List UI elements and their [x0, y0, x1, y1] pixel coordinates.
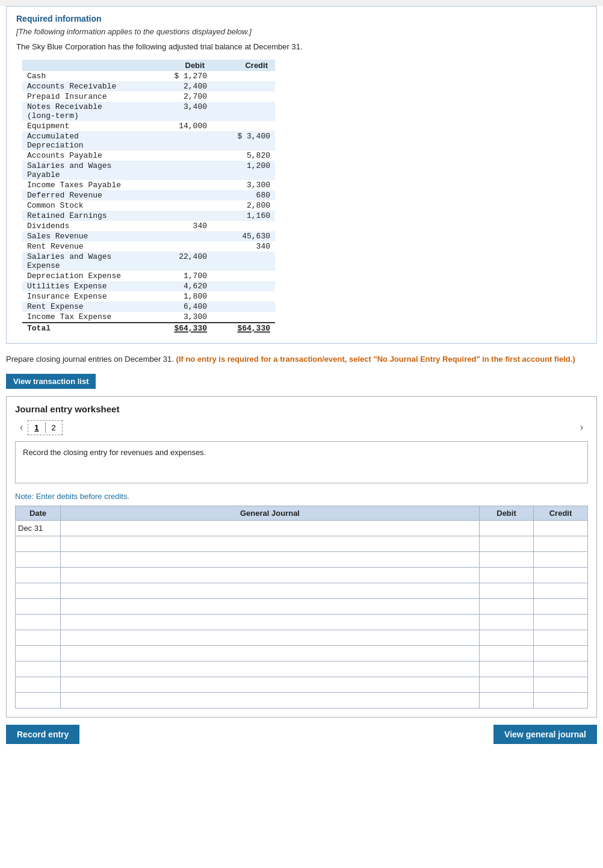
je-date-cell[interactable] — [16, 598, 61, 614]
je-journal-cell[interactable] — [61, 661, 480, 677]
tb-row-label: Rent Revenue — [22, 241, 149, 252]
tb-row-credit: 340 — [212, 241, 275, 252]
je-credit-cell[interactable] — [534, 692, 588, 708]
table-row — [16, 598, 588, 614]
instruction-section: Prepare closing journal entries on Decem… — [0, 344, 603, 371]
tb-row-credit — [212, 312, 275, 323]
je-journal-cell[interactable] — [61, 551, 480, 567]
je-debit-cell[interactable] — [480, 630, 534, 645]
je-credit-cell[interactable] — [534, 661, 588, 677]
tb-row-label: Utilities Expense — [22, 281, 149, 291]
je-credit-cell[interactable] — [534, 536, 588, 551]
tb-total-label: Total — [22, 323, 149, 333]
tb-row-credit: 1,200 — [212, 161, 275, 180]
tb-row-debit: 6,400 — [149, 302, 212, 312]
je-date-cell[interactable] — [16, 692, 61, 708]
je-journal-cell[interactable] — [61, 630, 480, 645]
je-journal-cell[interactable] — [61, 677, 480, 692]
je-journal-cell[interactable] — [61, 567, 480, 583]
je-debit-cell[interactable] — [480, 567, 534, 583]
tb-row-label: Retained Earnings — [22, 211, 149, 221]
je-debit-cell[interactable] — [480, 692, 534, 708]
je-credit-cell[interactable] — [534, 614, 588, 630]
journal-worksheet: Journal entry worksheet ‹ 1 2 › Record t… — [6, 396, 597, 718]
tb-row-debit: 22,400 — [149, 252, 212, 271]
je-journal-cell[interactable] — [61, 583, 480, 598]
je-credit-cell[interactable] — [534, 630, 588, 645]
table-row: Dec 31 — [16, 520, 588, 536]
je-debit-cell[interactable] — [480, 614, 534, 630]
je-date-cell: Dec 31 — [16, 520, 61, 536]
tb-row-credit — [212, 102, 275, 121]
tb-row-credit: 2,800 — [212, 200, 275, 211]
tb-row-debit: 3,300 — [149, 312, 212, 323]
je-credit-cell[interactable] — [534, 567, 588, 583]
prev-page-arrow[interactable]: ‹ — [15, 421, 28, 434]
je-journal-cell[interactable] — [61, 692, 480, 708]
tb-row-debit — [149, 211, 212, 221]
tb-row-debit — [149, 150, 212, 161]
je-debit-cell[interactable] — [480, 536, 534, 551]
je-debit-cell[interactable] — [480, 645, 534, 661]
je-credit-cell[interactable] — [534, 598, 588, 614]
tb-row-credit: $ 3,400 — [212, 131, 275, 150]
tb-row-credit — [212, 271, 275, 281]
je-debit-cell[interactable] — [480, 661, 534, 677]
je-journal-cell[interactable] — [61, 645, 480, 661]
je-journal-cell[interactable] — [61, 598, 480, 614]
je-credit-cell[interactable] — [534, 520, 588, 536]
tb-row-credit — [212, 91, 275, 102]
instruction-bold: (If no entry is required for a transacti… — [176, 355, 575, 364]
tb-row-label: Accounts Receivable — [22, 81, 149, 91]
je-date-cell[interactable] — [16, 567, 61, 583]
je-journal-cell[interactable] — [61, 614, 480, 630]
worksheet-description-text: Record the closing entry for revenues an… — [23, 448, 206, 457]
tb-row-label: Cash — [22, 71, 149, 81]
tb-row-label: Salaries and Wages Expense — [22, 252, 149, 271]
th-debit: Debit — [480, 506, 534, 520]
je-date-cell[interactable] — [16, 614, 61, 630]
je-debit-cell[interactable] — [480, 677, 534, 692]
table-row — [16, 583, 588, 598]
tb-row-debit: 340 — [149, 221, 212, 231]
je-debit-cell[interactable] — [480, 520, 534, 536]
page-1-button[interactable]: 1 — [28, 422, 45, 433]
tb-row-label: Salaries and Wages Payable — [22, 161, 149, 180]
tb-row-label: Sales Revenue — [22, 231, 149, 241]
tb-total-debit: $64,330 — [149, 323, 212, 333]
je-date-cell[interactable] — [16, 630, 61, 645]
tb-row-label: Depreciation Expense — [22, 271, 149, 281]
je-date-cell[interactable] — [16, 583, 61, 598]
view-transaction-list-button[interactable]: View transaction list — [6, 374, 96, 389]
next-page-arrow[interactable]: › — [575, 421, 588, 434]
je-journal-cell[interactable] — [61, 536, 480, 551]
tb-row-debit — [149, 241, 212, 252]
je-date-cell[interactable] — [16, 645, 61, 661]
record-entry-button[interactable]: Record entry — [6, 725, 79, 744]
note-text: Note: Enter debits before credits. — [15, 492, 588, 501]
je-date-cell[interactable] — [16, 677, 61, 692]
je-credit-cell[interactable] — [534, 551, 588, 567]
tb-row-label: Notes Receivable (long-term) — [22, 102, 149, 121]
je-credit-cell[interactable] — [534, 583, 588, 598]
tb-row-debit: 14,000 — [149, 121, 212, 131]
je-date-cell[interactable] — [16, 661, 61, 677]
tb-row-debit — [149, 231, 212, 241]
je-credit-cell[interactable] — [534, 677, 588, 692]
je-date-cell[interactable] — [16, 536, 61, 551]
tb-header-debit: Debit — [149, 60, 212, 71]
tb-header-label — [22, 60, 149, 71]
je-debit-cell[interactable] — [480, 583, 534, 598]
required-info-text: The Sky Blue Corporation has the followi… — [16, 42, 587, 51]
required-info-section: Required information [The following info… — [6, 6, 597, 344]
je-debit-cell[interactable] — [480, 551, 534, 567]
view-general-journal-button[interactable]: View general journal — [493, 725, 597, 744]
je-date-cell[interactable] — [16, 551, 61, 567]
je-debit-cell[interactable] — [480, 598, 534, 614]
je-journal-cell[interactable] — [61, 520, 480, 536]
tb-row-credit — [212, 252, 275, 271]
table-row — [16, 536, 588, 551]
je-credit-cell[interactable] — [534, 645, 588, 661]
table-row — [16, 645, 588, 661]
page-2-button[interactable]: 2 — [46, 422, 62, 433]
